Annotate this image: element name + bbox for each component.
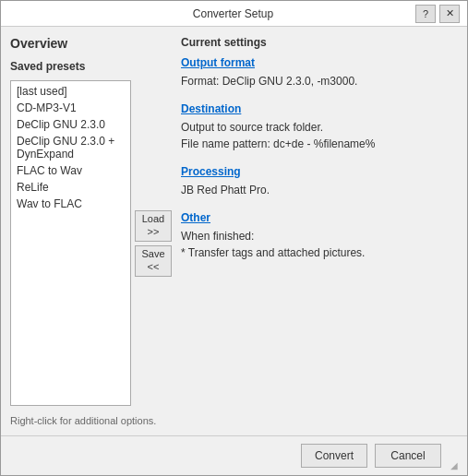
section-text: * Transfer tags and attached pictures. [181, 244, 458, 261]
save-button[interactable]: Save<< [135, 245, 172, 277]
close-button[interactable]: ✕ [439, 5, 460, 23]
other-link[interactable]: Other [181, 211, 210, 224]
saved-presets-label: Saved presets [10, 60, 172, 73]
list-item[interactable]: [last used] [13, 83, 128, 100]
help-button[interactable]: ? [415, 5, 436, 23]
right-panel: Current settings Output formatFormat: De… [181, 36, 458, 426]
list-item[interactable]: DeClip GNU 2.3.0 + DynExpand [13, 133, 128, 162]
section-processing: ProcessingJB Red Phatt Pro. [181, 165, 458, 198]
presets-action-buttons: Load>> Save<< [135, 80, 172, 406]
destination-link[interactable]: Destination [181, 102, 241, 115]
converter-setup-window: Converter Setup ? ✕ Overview Saved prese… [0, 0, 468, 476]
convert-button[interactable]: Convert [301, 444, 367, 468]
output-format-link[interactable]: Output format [181, 56, 255, 69]
processing-link[interactable]: Processing [181, 165, 241, 178]
section-other: OtherWhen finished:* Transfer tags and a… [181, 211, 458, 261]
list-item[interactable]: Wav to FLAC [13, 196, 128, 212]
list-item[interactable]: ReLife [13, 179, 128, 196]
settings-sections: Output formatFormat: DeClip GNU 2.3.0, -… [181, 56, 458, 274]
presets-container: [last used]CD-MP3-V1DeClip GNU 2.3.0DeCl… [10, 80, 172, 406]
cancel-button[interactable]: Cancel [375, 444, 441, 468]
list-item[interactable]: CD-MP3-V1 [13, 100, 128, 116]
list-item[interactable]: FLAC to Wav [13, 162, 128, 179]
content-area: Overview Saved presets [last used]CD-MP3… [1, 27, 467, 435]
presets-list[interactable]: [last used]CD-MP3-V1DeClip GNU 2.3.0DeCl… [10, 80, 131, 406]
resize-grip: ◢ [450, 460, 458, 468]
section-text: JB Red Phatt Pro. [181, 182, 458, 198]
list-item[interactable]: DeClip GNU 2.3.0 [13, 116, 128, 133]
bottom-bar: Convert Cancel ◢ [1, 435, 467, 475]
title-bar: Converter Setup ? ✕ [1, 1, 467, 27]
hint-text: Right-click for additional options. [10, 415, 172, 426]
section-text: File name pattern: dc+de - %filename% [181, 136, 458, 152]
section-text: Output to source track folder. [181, 119, 458, 136]
window-title: Converter Setup [51, 7, 415, 20]
section-text: When finished: [181, 228, 458, 244]
title-bar-buttons: ? ✕ [415, 5, 460, 23]
left-panel: Overview Saved presets [last used]CD-MP3… [10, 36, 172, 426]
load-button[interactable]: Load>> [135, 210, 172, 242]
section-destination: DestinationOutput to source track folder… [181, 102, 458, 152]
current-settings-label: Current settings [181, 36, 458, 49]
overview-title: Overview [10, 36, 172, 51]
section-text: Format: DeClip GNU 2.3.0, -m3000. [181, 73, 458, 89]
section-output-format: Output formatFormat: DeClip GNU 2.3.0, -… [181, 56, 458, 89]
